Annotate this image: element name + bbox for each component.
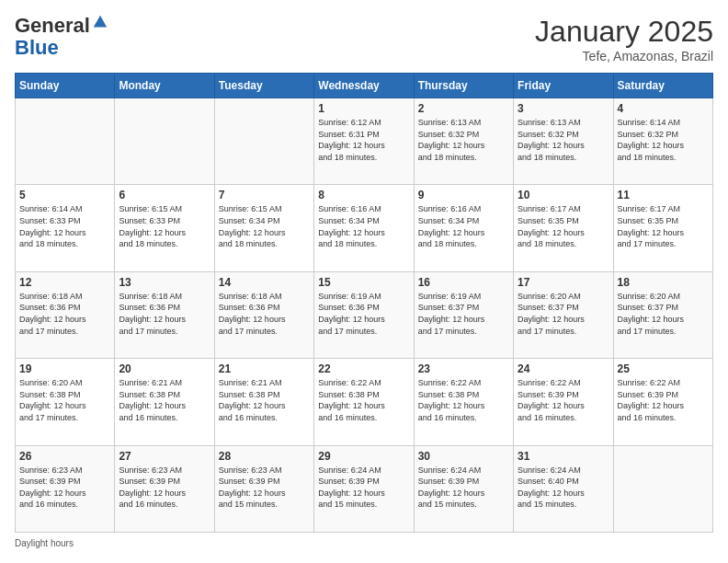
calendar-day-cell: 19Sunrise: 6:20 AM Sunset: 6:38 PM Dayli… (16, 359, 115, 445)
day-number: 1 (318, 102, 409, 115)
calendar-day-cell: 30Sunrise: 6:24 AM Sunset: 6:39 PM Dayli… (414, 445, 513, 532)
calendar-body: 1Sunrise: 6:12 AM Sunset: 6:31 PM Daylig… (16, 98, 713, 533)
day-number: 30 (418, 450, 509, 463)
day-number: 16 (418, 276, 509, 289)
day-info: Sunrise: 6:19 AM Sunset: 6:36 PM Dayligh… (318, 291, 409, 337)
day-number: 26 (19, 450, 110, 463)
calendar-week-row: 19Sunrise: 6:20 AM Sunset: 6:38 PM Dayli… (16, 359, 713, 445)
day-info: Sunrise: 6:21 AM Sunset: 6:38 PM Dayligh… (219, 377, 310, 423)
day-number: 11 (618, 189, 709, 201)
calendar-day-cell: 27Sunrise: 6:23 AM Sunset: 6:39 PM Dayli… (115, 445, 214, 532)
page: General Blue January 2025 Tefe, Amazonas… (0, 0, 728, 563)
calendar-header-cell: Thursday (414, 74, 513, 98)
day-number: 13 (119, 276, 210, 289)
day-info: Sunrise: 6:18 AM Sunset: 6:36 PM Dayligh… (219, 291, 310, 337)
day-number: 25 (618, 362, 709, 375)
day-info: Sunrise: 6:13 AM Sunset: 6:32 PM Dayligh… (418, 117, 509, 163)
calendar-day-cell: 28Sunrise: 6:23 AM Sunset: 6:39 PM Dayli… (214, 445, 313, 532)
day-number: 15 (318, 276, 409, 289)
calendar-day-cell (613, 445, 712, 532)
calendar-week-row: 12Sunrise: 6:18 AM Sunset: 6:36 PM Dayli… (16, 271, 713, 358)
day-info: Sunrise: 6:24 AM Sunset: 6:40 PM Dayligh… (518, 465, 609, 511)
calendar-day-cell: 21Sunrise: 6:21 AM Sunset: 6:38 PM Dayli… (214, 359, 313, 445)
day-number: 19 (19, 362, 110, 375)
day-number: 31 (518, 450, 609, 463)
calendar-table: SundayMondayTuesdayWednesdayThursdayFrid… (15, 73, 713, 533)
calendar-day-cell: 16Sunrise: 6:19 AM Sunset: 6:37 PM Dayli… (414, 271, 513, 358)
calendar-day-cell: 5Sunrise: 6:14 AM Sunset: 6:33 PM Daylig… (16, 185, 115, 271)
calendar-day-cell (214, 98, 313, 185)
calendar-day-cell (16, 98, 115, 185)
subtitle: Tefe, Amazonas, Brazil (535, 49, 713, 63)
calendar-header-cell: Saturday (613, 74, 712, 98)
day-info: Sunrise: 6:24 AM Sunset: 6:39 PM Dayligh… (318, 465, 409, 511)
calendar-header-row: SundayMondayTuesdayWednesdayThursdayFrid… (16, 74, 713, 98)
day-number: 18 (618, 276, 709, 289)
day-info: Sunrise: 6:15 AM Sunset: 6:34 PM Dayligh… (219, 203, 310, 249)
calendar-week-row: 26Sunrise: 6:23 AM Sunset: 6:39 PM Dayli… (16, 445, 713, 532)
day-number: 2 (418, 102, 509, 115)
calendar-day-cell: 24Sunrise: 6:22 AM Sunset: 6:39 PM Dayli… (514, 359, 613, 445)
calendar-day-cell: 6Sunrise: 6:15 AM Sunset: 6:33 PM Daylig… (115, 185, 214, 271)
day-number: 12 (19, 276, 110, 289)
calendar-day-cell: 10Sunrise: 6:17 AM Sunset: 6:35 PM Dayli… (514, 185, 613, 271)
calendar-day-cell: 7Sunrise: 6:15 AM Sunset: 6:34 PM Daylig… (214, 185, 313, 271)
day-info: Sunrise: 6:14 AM Sunset: 6:32 PM Dayligh… (618, 117, 709, 163)
day-info: Sunrise: 6:15 AM Sunset: 6:33 PM Dayligh… (119, 203, 210, 249)
day-number: 5 (19, 189, 110, 201)
day-info: Sunrise: 6:17 AM Sunset: 6:35 PM Dayligh… (618, 203, 709, 249)
logo-general: General (15, 15, 90, 37)
calendar-day-cell: 23Sunrise: 6:22 AM Sunset: 6:38 PM Dayli… (414, 359, 513, 445)
calendar-day-cell: 26Sunrise: 6:23 AM Sunset: 6:39 PM Dayli… (16, 445, 115, 532)
calendar-day-cell: 9Sunrise: 6:16 AM Sunset: 6:34 PM Daylig… (414, 185, 513, 271)
calendar-week-row: 5Sunrise: 6:14 AM Sunset: 6:33 PM Daylig… (16, 185, 713, 271)
day-info: Sunrise: 6:21 AM Sunset: 6:38 PM Dayligh… (119, 377, 210, 423)
calendar-day-cell: 22Sunrise: 6:22 AM Sunset: 6:38 PM Dayli… (314, 359, 414, 445)
daylight-hours-label: Daylight hours (15, 538, 74, 548)
day-info: Sunrise: 6:16 AM Sunset: 6:34 PM Dayligh… (418, 203, 509, 249)
calendar-header-cell: Tuesday (214, 74, 313, 98)
day-number: 3 (518, 102, 609, 115)
day-info: Sunrise: 6:14 AM Sunset: 6:33 PM Dayligh… (19, 203, 110, 249)
day-info: Sunrise: 6:24 AM Sunset: 6:39 PM Dayligh… (418, 465, 509, 511)
day-number: 17 (518, 276, 609, 289)
day-info: Sunrise: 6:17 AM Sunset: 6:35 PM Dayligh… (518, 203, 609, 249)
day-number: 6 (119, 189, 210, 201)
calendar-day-cell: 8Sunrise: 6:16 AM Sunset: 6:34 PM Daylig… (314, 185, 414, 271)
calendar-header-cell: Friday (514, 74, 613, 98)
calendar-week-row: 1Sunrise: 6:12 AM Sunset: 6:31 PM Daylig… (16, 98, 713, 185)
day-number: 24 (518, 362, 609, 375)
calendar-day-cell: 31Sunrise: 6:24 AM Sunset: 6:40 PM Dayli… (514, 445, 613, 532)
title-block: January 2025 Tefe, Amazonas, Brazil (535, 15, 713, 63)
day-info: Sunrise: 6:18 AM Sunset: 6:36 PM Dayligh… (19, 291, 110, 337)
day-info: Sunrise: 6:20 AM Sunset: 6:37 PM Dayligh… (618, 291, 709, 337)
day-info: Sunrise: 6:22 AM Sunset: 6:38 PM Dayligh… (418, 377, 509, 423)
calendar-day-cell: 14Sunrise: 6:18 AM Sunset: 6:36 PM Dayli… (214, 271, 313, 358)
logo: General Blue (15, 15, 108, 59)
day-info: Sunrise: 6:20 AM Sunset: 6:38 PM Dayligh… (19, 377, 110, 423)
day-info: Sunrise: 6:22 AM Sunset: 6:39 PM Dayligh… (618, 377, 709, 423)
calendar-header-cell: Monday (115, 74, 214, 98)
calendar-day-cell: 2Sunrise: 6:13 AM Sunset: 6:32 PM Daylig… (414, 98, 513, 185)
day-info: Sunrise: 6:23 AM Sunset: 6:39 PM Dayligh… (119, 465, 210, 511)
day-info: Sunrise: 6:22 AM Sunset: 6:39 PM Dayligh… (518, 377, 609, 423)
day-number: 4 (618, 102, 709, 115)
day-info: Sunrise: 6:23 AM Sunset: 6:39 PM Dayligh… (19, 465, 110, 511)
day-number: 8 (318, 189, 409, 201)
day-number: 22 (318, 362, 409, 375)
calendar-day-cell: 20Sunrise: 6:21 AM Sunset: 6:38 PM Dayli… (115, 359, 214, 445)
calendar-day-cell: 18Sunrise: 6:20 AM Sunset: 6:37 PM Dayli… (613, 271, 712, 358)
day-info: Sunrise: 6:20 AM Sunset: 6:37 PM Dayligh… (518, 291, 609, 337)
calendar-day-cell: 4Sunrise: 6:14 AM Sunset: 6:32 PM Daylig… (613, 98, 712, 185)
calendar-day-cell: 17Sunrise: 6:20 AM Sunset: 6:37 PM Dayli… (514, 271, 613, 358)
calendar-header-cell: Sunday (16, 74, 115, 98)
day-info: Sunrise: 6:22 AM Sunset: 6:38 PM Dayligh… (318, 377, 409, 423)
header: General Blue January 2025 Tefe, Amazonas… (15, 15, 713, 63)
logo-icon (92, 14, 108, 30)
calendar-day-cell: 11Sunrise: 6:17 AM Sunset: 6:35 PM Dayli… (613, 185, 712, 271)
main-title: January 2025 (535, 15, 713, 49)
day-number: 14 (219, 276, 310, 289)
day-number: 23 (418, 362, 509, 375)
footer: Daylight hours (15, 538, 713, 548)
calendar-header-cell: Wednesday (314, 74, 414, 98)
